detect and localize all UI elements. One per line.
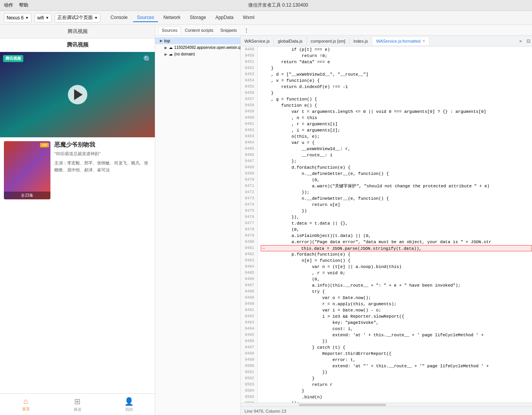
- video-info: 恶魔少爷别吻我 "00后霸道总裁宠虐神剧" 主演：李宏毅、邢芊、张恫敏、符龙飞、…: [54, 141, 151, 199]
- profile-icon: 👤: [124, 397, 134, 406]
- sources-tab-more-icon[interactable]: ⋮: [244, 28, 249, 33]
- file-tab-waservice[interactable]: WAService.js: [241, 37, 274, 45]
- tab-wxml[interactable]: Wxml: [239, 14, 258, 22]
- tree-item-top[interactable]: ▶ top: [155, 37, 240, 44]
- tab-appdata[interactable]: AppData: [211, 14, 237, 22]
- tab-console[interactable]: Console: [107, 14, 132, 22]
- phone-content: 腾讯视频 腾讯视频 🔍 VIP 全23集 恶魔少爷别吻我: [0, 38, 155, 393]
- main-container: 腾讯视频 腾讯视频 腾讯视频 🔍 VIP 全23集: [0, 25, 532, 415]
- nav-home-label: 首页: [22, 406, 30, 412]
- nav-item-profile[interactable]: 👤 我的: [103, 394, 155, 415]
- file-tabs-more-icon[interactable]: »: [516, 38, 525, 44]
- video-card: VIP 全23集 恶魔少爷别吻我 "00后霸道总裁宠虐神剧" 主演：李宏毅、邢芊…: [0, 137, 155, 203]
- code-line: return !0;: [261, 53, 532, 59]
- home-icon: ⌂: [23, 397, 28, 406]
- play-icon: [74, 89, 83, 100]
- file-tree: ▶ top ▶ ☁ 1150254092.appservice.open.wei…: [155, 36, 241, 415]
- sources-tab-sources[interactable]: Sources: [158, 26, 181, 34]
- tree-domain-label: 1150254092.appservice.open.weixin.qq.co: [174, 45, 240, 50]
- nav-item-channels[interactable]: ⊞ 频道: [52, 394, 103, 415]
- nav-item-home[interactable]: ⌂ 首页: [0, 394, 52, 415]
- nav-profile-label: 我的: [125, 407, 133, 412]
- code-line: }): [261, 208, 532, 214]
- code-line: p.forEach(function(e) {: [261, 251, 532, 258]
- code-line: if (p[t] === e): [261, 47, 532, 53]
- file-tab-component[interactable]: component.js [sm]: [307, 37, 350, 45]
- code-line: var t = arguments.length <= 0 || void 0 …: [261, 109, 532, 115]
- code-line: var u = {: [261, 140, 532, 146]
- tab-storage[interactable]: Storage: [186, 14, 210, 22]
- code-line: , v = function(e) {: [261, 78, 532, 84]
- file-tab-close-icon[interactable]: ✕: [422, 39, 425, 43]
- phone-panel: 腾讯视频 腾讯视频 腾讯视频 🔍 VIP 全23集: [0, 25, 155, 415]
- bottom-nav: ⌂ 首页 ⊞ 频道 👤 我的: [0, 393, 155, 415]
- code-line: .bind(n): [261, 394, 532, 400]
- code-line: var i = Date.now() - o;: [261, 307, 532, 313]
- cloud-no-domain-icon: ☁: [169, 52, 173, 56]
- tree-domain-arrow-icon: ▶: [165, 46, 167, 50]
- code-line: a.info)(this.__route__ + ": " + e + " ha…: [261, 282, 532, 289]
- cloud-icon: ☁: [169, 45, 173, 50]
- menu-bar: 动作 帮助: [4, 2, 28, 9]
- code-line: }: [261, 375, 532, 382]
- code-line: var o = Date.now();: [261, 295, 532, 301]
- play-button[interactable]: [68, 85, 87, 104]
- menu-help[interactable]: 帮助: [19, 2, 28, 9]
- tree-item-no-domain[interactable]: ▶ ☁ (no domain): [155, 51, 240, 57]
- code-line: (0,: [261, 276, 532, 282]
- code-line: __wxWebViewId__: r,: [261, 146, 532, 152]
- file-tab-waservice-label: WAService.js: [244, 39, 270, 43]
- code-line: return r: [261, 382, 532, 388]
- scrollbar-thumb[interactable]: [299, 404, 386, 406]
- code-line: error: t,: [261, 357, 532, 363]
- code-line: }: [261, 90, 532, 96]
- line-numbers: 9449945094519452945394549455945694579458…: [241, 47, 258, 403]
- code-line: function e() {: [261, 102, 532, 109]
- video-thumbnail[interactable]: VIP 全23集: [4, 141, 50, 199]
- search-icon[interactable]: 🔍: [143, 55, 152, 64]
- code-line: r = n.apply(this, arguments);: [261, 301, 532, 307]
- code-line: a.error)("Page data error", "data must b…: [261, 239, 532, 245]
- menu-action[interactable]: 动作: [4, 2, 13, 9]
- file-tabs-panel-icon[interactable]: ⊡: [525, 38, 532, 44]
- file-tab-globaldata[interactable]: globalData.js: [274, 37, 307, 45]
- debug-chevron-icon: ▼: [94, 16, 98, 20]
- code-line: } catch (t) {: [261, 344, 532, 351]
- code-line: return d.indexOf(e) !== -1: [261, 84, 532, 90]
- app-top-bar: 腾讯视频: [0, 38, 155, 52]
- code-file-tabs: WAService.js globalData.js component.js …: [241, 36, 532, 47]
- debug-selector[interactable]: 正在调试2个页面 ▼: [55, 13, 101, 22]
- horizontal-scrollbar[interactable]: [241, 403, 532, 406]
- code-line: o(this, e);: [261, 133, 532, 140]
- app-logo-text: 腾讯视频: [67, 42, 88, 48]
- sources-tab-content-scripts[interactable]: Content scripts: [182, 27, 216, 34]
- code-line: cost: i,: [261, 326, 532, 332]
- code-line: t.data = t.data || {},: [261, 220, 532, 227]
- code-line: key: "pageInvoke",: [261, 320, 532, 326]
- toolbar-tabs: Console Sources Network Storage AppData …: [107, 14, 258, 22]
- video-title[interactable]: 恶魔少爷别吻我: [54, 141, 151, 149]
- file-tab-index[interactable]: index.js: [350, 37, 372, 45]
- code-line: return "data" === e: [261, 59, 532, 65]
- code-lines[interactable]: if (p[t] === e) return !0; return "data"…: [258, 47, 532, 403]
- code-line: }): [261, 338, 532, 344]
- device-selector[interactable]: Nexus 6 ▼: [4, 13, 31, 22]
- device-chevron-icon: ▼: [25, 16, 29, 20]
- sources-main: ▶ top ▶ ☁ 1150254092.appservice.open.wei…: [155, 36, 532, 415]
- network-selector[interactable]: wifi ▼: [35, 13, 52, 22]
- video-hero[interactable]: 腾讯视频 🔍: [0, 52, 155, 137]
- sources-tab-snippets[interactable]: Snippets: [217, 27, 240, 34]
- code-line: return u[e]: [261, 202, 532, 208]
- code-line: try {: [261, 289, 532, 295]
- tab-network[interactable]: Network: [159, 14, 184, 22]
- tab-sources[interactable]: Sources: [133, 14, 158, 22]
- tree-item-domain[interactable]: ▶ ☁ 1150254092.appservice.open.weixin.qq…: [155, 44, 240, 51]
- code-line: → this.data = JSON.parse(JSON.stringify(…: [261, 245, 532, 251]
- video-desc: "00后霸道总裁宠虐神剧": [54, 151, 151, 157]
- code-line: d.forEach(function(e) {: [261, 164, 532, 171]
- debug-label: 正在调试2个页面: [57, 14, 93, 21]
- file-tab-waservice-formatted[interactable]: WAService.js:formatted ✕: [372, 37, 430, 45]
- tree-no-domain-arrow-icon: ▶: [165, 52, 167, 56]
- device-label: Nexus 6: [7, 15, 24, 21]
- code-editor: WAService.js globalData.js component.js …: [241, 36, 532, 415]
